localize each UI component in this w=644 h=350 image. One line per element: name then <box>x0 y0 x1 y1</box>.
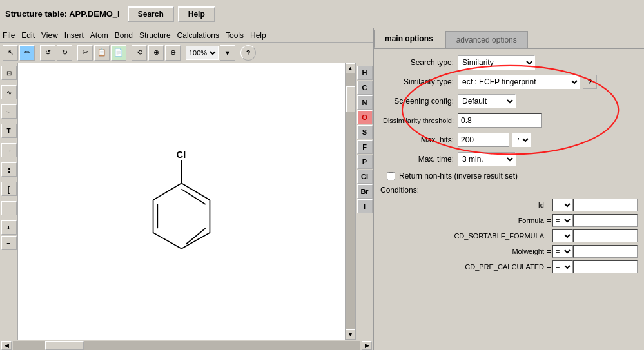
element-s[interactable]: S <box>357 125 373 139</box>
screening-config-control: Default Fast Accurate <box>458 94 516 108</box>
condition-sortformula-value[interactable] <box>573 229 638 242</box>
condition-id-op[interactable]: =≠<> <box>552 199 573 211</box>
scroll-up-button[interactable]: ▲ <box>346 63 356 73</box>
dissimilarity-input[interactable] <box>458 113 542 128</box>
canvas-area[interactable]: Cl <box>18 63 345 340</box>
help-button[interactable]: Help <box>178 6 215 22</box>
menu-file[interactable]: File <box>3 31 15 40</box>
toolbar-remove[interactable]: ⊖ <box>165 45 181 61</box>
screening-config-select[interactable]: Default Fast Accurate <box>458 94 516 108</box>
scroll-right-button[interactable]: ▶ <box>362 341 372 350</box>
dissimilarity-label: Dissimilarity threshold: <box>380 117 458 124</box>
tool-bracket[interactable]: [ <box>1 182 17 196</box>
h-scroll-thumb[interactable] <box>45 341 84 350</box>
zoom-dropdown[interactable]: ▼ <box>220 45 235 61</box>
condition-sortformula-op[interactable]: =≠ <box>552 229 573 242</box>
return-nonhits-row: Return non-hits (inverse result set) <box>387 171 638 180</box>
element-n[interactable]: N <box>357 95 373 110</box>
max-hits-label: Max. hits: <box>380 135 458 144</box>
search-type-row: Search type: Similarity Exact Substructu… <box>380 55 638 70</box>
scroll-left-button[interactable]: ◀ <box>1 341 12 350</box>
max-hits-row: Max. hits: ▼ <box>380 133 638 147</box>
element-p[interactable]: P <box>357 155 373 169</box>
similarity-help-button[interactable]: ? <box>583 75 597 89</box>
condition-precalc-op[interactable]: =≠ <box>552 260 573 273</box>
scroll-thumb[interactable] <box>346 86 355 112</box>
menu-bar: File Edit View Insert Atom Bond Structur… <box>0 28 373 43</box>
return-nonhits-checkbox[interactable] <box>387 172 395 180</box>
tool-arrow[interactable]: → <box>1 143 17 157</box>
h-scroll-track[interactable] <box>13 341 360 350</box>
condition-precalc-row: CD_PRE_CALCULATED = =≠ <box>380 260 638 273</box>
menu-view[interactable]: View <box>41 31 58 40</box>
horizontal-scrollbar[interactable]: ◀ ▶ <box>0 340 373 350</box>
tab-advanced-options[interactable]: advanced options <box>445 31 528 48</box>
toolbar-flip[interactable]: ⟲ <box>132 45 147 61</box>
max-time-select[interactable]: 3 min. 1 min. 2 min. 5 min. 10 min. No l… <box>458 152 516 166</box>
toolbar-redo[interactable]: ↻ <box>57 45 72 61</box>
tool-plus[interactable]: + <box>1 220 17 235</box>
similarity-type-row: Similarity type: ecf : ECFP fingerprint … <box>380 75 638 89</box>
menu-structure[interactable]: Structure <box>139 31 171 40</box>
similarity-type-select[interactable]: ecf : ECFP fingerprint fcfp : FCFP finge… <box>458 75 580 89</box>
condition-molweight-value[interactable] <box>573 245 638 258</box>
menu-bond[interactable]: Bond <box>115 31 133 40</box>
scroll-track[interactable] <box>346 73 355 329</box>
scroll-down-button[interactable]: ▼ <box>346 329 356 340</box>
menu-tools[interactable]: Tools <box>226 31 244 40</box>
menu-insert[interactable]: Insert <box>64 31 84 40</box>
tool-line[interactable]: — <box>1 201 17 215</box>
toolbar-help[interactable]: ? <box>240 45 256 61</box>
tool-minus[interactable]: − <box>1 236 17 250</box>
element-h[interactable]: H <box>357 66 373 80</box>
tool-bracket-left[interactable]: ꓽ <box>1 162 17 177</box>
condition-precalc-value[interactable] <box>573 260 638 273</box>
toolbar-paste[interactable]: 📄 <box>111 45 126 61</box>
condition-formula-value[interactable] <box>573 214 638 227</box>
search-type-select[interactable]: Similarity Exact Substructure <box>458 55 535 70</box>
menu-atom[interactable]: Atom <box>90 31 108 40</box>
svg-line-3 <box>153 233 182 249</box>
toolbar: ↖ ✏ ↺ ↻ ✂ 📋 📄 ⟲ ⊕ ⊖ 100% 50% 200% ▼ <box>0 43 373 63</box>
search-button[interactable]: Search <box>128 6 174 22</box>
max-hits-input[interactable] <box>458 133 509 147</box>
element-f[interactable]: F <box>357 140 373 154</box>
left-panel: File Edit View Insert Atom Bond Structur… <box>0 28 374 350</box>
tool-text[interactable]: T <box>1 124 17 138</box>
return-nonhits-label: Return non-hits (inverse result set) <box>399 171 518 180</box>
tab-main-options[interactable]: main options <box>374 30 444 48</box>
tool-arrow-select[interactable]: ⊡ <box>1 66 17 80</box>
toolbar-add[interactable]: ⊕ <box>148 45 164 61</box>
condition-formula-op[interactable]: =≠ <box>552 214 573 227</box>
max-time-label: Max. time: <box>380 155 458 164</box>
toolbar-undo[interactable]: ↺ <box>40 45 55 61</box>
condition-id-value[interactable] <box>573 199 638 211</box>
screening-config-label: Screening config: <box>380 97 458 106</box>
main-layout: File Edit View Insert Atom Bond Structur… <box>0 28 644 350</box>
toolbar-copy[interactable]: 📋 <box>94 45 110 61</box>
toolbar-pencil[interactable]: ✏ <box>19 45 35 61</box>
condition-id-label: Id <box>454 201 544 209</box>
tool-arc[interactable]: ⌣ <box>1 104 17 119</box>
element-cl[interactable]: Cl <box>357 170 373 184</box>
condition-molweight-label: Molweight <box>454 248 544 255</box>
menu-edit[interactable]: Edit <box>21 31 35 40</box>
element-c[interactable]: C <box>357 81 373 95</box>
zoom-select[interactable]: 100% 50% 200% <box>186 46 219 60</box>
element-i[interactable]: I <box>357 199 373 213</box>
element-o[interactable]: O <box>357 110 373 124</box>
toolbar-cut[interactable]: ✂ <box>77 45 93 61</box>
condition-molweight-row: Molweight = =≠<> <box>380 245 638 258</box>
dissimilarity-control <box>458 113 542 128</box>
condition-molweight-op[interactable]: =≠<> <box>552 245 573 258</box>
conditions-section-label: Conditions: <box>380 186 638 195</box>
max-hits-select[interactable]: ▼ <box>512 133 531 147</box>
vertical-scrollbar[interactable]: ▲ ▼ <box>345 63 355 340</box>
condition-precalc-label: CD_PRE_CALCULATED <box>454 263 544 271</box>
menu-calculations[interactable]: Calculations <box>177 31 219 40</box>
menu-help[interactable]: Help <box>250 31 266 40</box>
toolbar-select[interactable]: ↖ <box>3 45 18 61</box>
element-br[interactable]: Br <box>357 184 373 199</box>
right-panel: main options advanced options Search typ… <box>374 28 644 350</box>
tool-wave[interactable]: ∿ <box>1 85 17 99</box>
